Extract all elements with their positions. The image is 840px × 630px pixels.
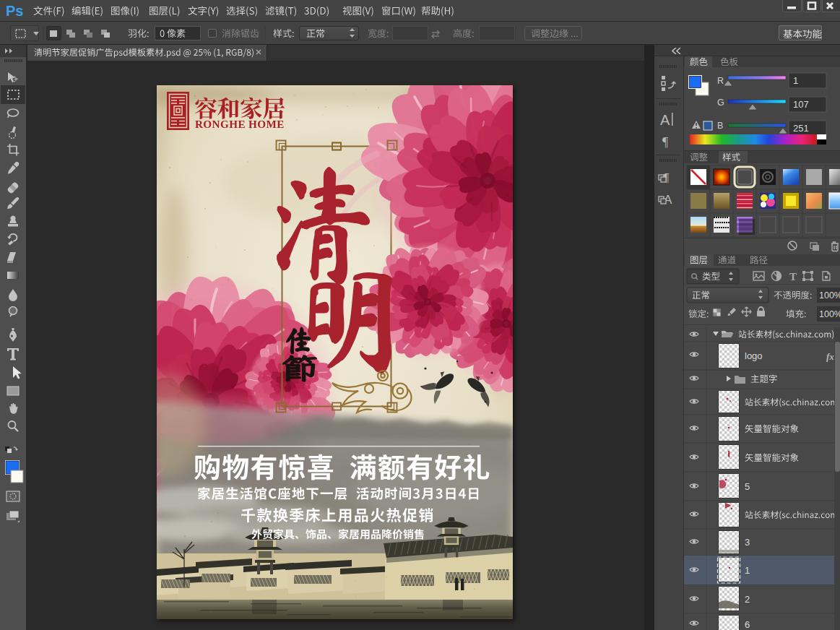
svg-text:logo: logo bbox=[745, 350, 763, 361]
svg-text:3: 3 bbox=[745, 537, 750, 548]
svg-text:251: 251 bbox=[793, 123, 809, 134]
svg-text:RONGHE HOME: RONGHE HOME bbox=[195, 118, 285, 130]
svg-text:107: 107 bbox=[793, 99, 809, 110]
svg-text:1: 1 bbox=[793, 75, 798, 86]
svg-text:G: G bbox=[717, 98, 724, 108]
svg-text:2: 2 bbox=[745, 594, 750, 605]
svg-text:5: 5 bbox=[745, 481, 750, 492]
svg-text:fx: fx bbox=[826, 351, 834, 362]
svg-text:A: A bbox=[660, 112, 670, 128]
svg-text:R: R bbox=[717, 76, 724, 86]
svg-text:6: 6 bbox=[745, 619, 750, 630]
svg-text:B: B bbox=[717, 121, 723, 131]
svg-text:¶: ¶ bbox=[662, 135, 668, 150]
svg-text:1: 1 bbox=[745, 565, 750, 576]
